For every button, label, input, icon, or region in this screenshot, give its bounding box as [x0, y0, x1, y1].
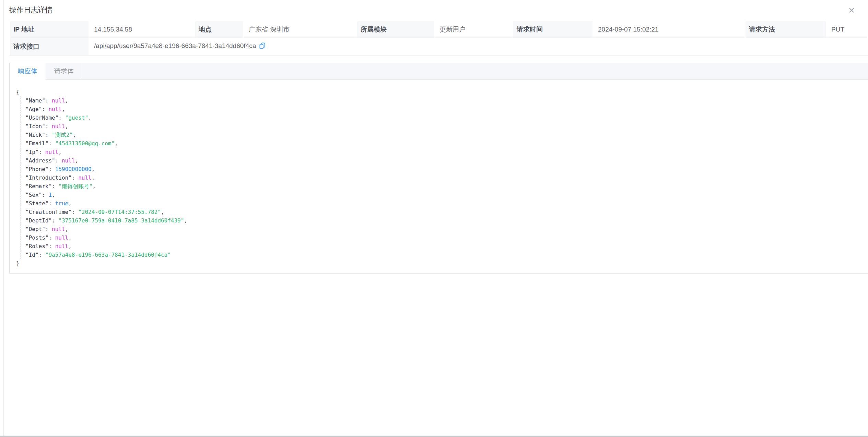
dialog-bottom-edge: [0, 436, 868, 437]
copy-icon[interactable]: [259, 42, 266, 51]
json-line: "State": true,: [16, 199, 861, 208]
json-line: "UserName": "guest",: [16, 113, 861, 122]
json-viewer: {"Name": null,"Age": null,"UserName": "g…: [16, 88, 861, 268]
json-line: "Icon": null,: [16, 122, 861, 131]
desc-value-request-time: 2024-09-07 15:02:21: [593, 21, 745, 38]
json-line: "Address": null,: [16, 156, 861, 165]
desc-label-ip: IP 地址: [10, 21, 89, 38]
operation-log-detail-dialog: 操作日志详情 × IP 地址 14.155.34.58 地点 广东省 深圳市 所…: [3, 0, 868, 436]
desc-label-request-method: 请求方法: [746, 21, 826, 38]
log-descriptions: IP 地址 14.155.34.58 地点 广东省 深圳市 所属模块 更新用户 …: [9, 21, 868, 56]
desc-value-request-method: PUT: [826, 21, 867, 38]
json-line: "Introduction": null,: [16, 173, 861, 182]
json-line: "CreationTime": "2024-09-07T14:37:55.782…: [16, 208, 861, 216]
json-line: "Posts": null,: [16, 233, 861, 242]
request-api-text: /api/app/user/9a57a4e8-e196-663a-7841-3a…: [94, 42, 256, 49]
desc-value-location: 广东省 深圳市: [244, 21, 356, 38]
json-line: "Remark": "懒得创账号",: [16, 182, 861, 191]
tab-bar: 响应体 请求体: [10, 63, 868, 80]
json-line: "Ip": null,: [16, 148, 861, 156]
close-icon[interactable]: ×: [845, 4, 858, 16]
indent-guide: [20, 96, 21, 259]
json-lines: {"Name": null,"Age": null,"UserName": "g…: [16, 88, 861, 268]
json-line: "Email": "454313500@qq.com",: [16, 139, 861, 148]
json-line: "Roles": null,: [16, 242, 861, 251]
body-tabs-card: 响应体 请求体 {"Name": null,"Age": null,"UserN…: [9, 63, 868, 274]
json-line: "Id": "9a57a4e8-e196-663a-7841-3a14dd60f…: [16, 251, 861, 259]
json-line: "DeptId": "375167e0-759a-0410-7a85-3a14d…: [16, 216, 861, 225]
tab-response-body[interactable]: 响应体: [10, 63, 46, 80]
desc-value-ip: 14.155.34.58: [89, 21, 195, 38]
dialog-header: 操作日志详情 ×: [4, 0, 868, 21]
desc-label-request-time: 请求时间: [513, 21, 593, 38]
desc-row: 请求接口 /api/app/user/9a57a4e8-e196-663a-78…: [10, 38, 867, 55]
json-line: "Phone": 15900000000,: [16, 165, 861, 173]
json-line: "Nick": "测试2",: [16, 131, 861, 139]
tab-request-body[interactable]: 请求体: [46, 63, 82, 80]
desc-value-module: 更新用户: [435, 21, 513, 38]
json-line: {: [16, 88, 861, 96]
json-line: "Name": null,: [16, 96, 861, 105]
desc-label-module: 所属模块: [357, 21, 434, 38]
json-line: "Dept": null,: [16, 225, 861, 233]
tab-content: {"Name": null,"Age": null,"UserName": "g…: [10, 80, 868, 273]
desc-label-location: 地点: [195, 21, 243, 38]
desc-label-request-api: 请求接口: [10, 38, 89, 55]
dialog-title: 操作日志详情: [9, 0, 52, 20]
desc-value-request-api: /api/app/user/9a57a4e8-e196-663a-7841-3a…: [89, 38, 867, 55]
json-line: "Sex": 1,: [16, 191, 861, 199]
json-line: "Age": null,: [16, 105, 861, 113]
desc-row: IP 地址 14.155.34.58 地点 广东省 深圳市 所属模块 更新用户 …: [10, 21, 867, 38]
json-line: }: [16, 259, 861, 268]
